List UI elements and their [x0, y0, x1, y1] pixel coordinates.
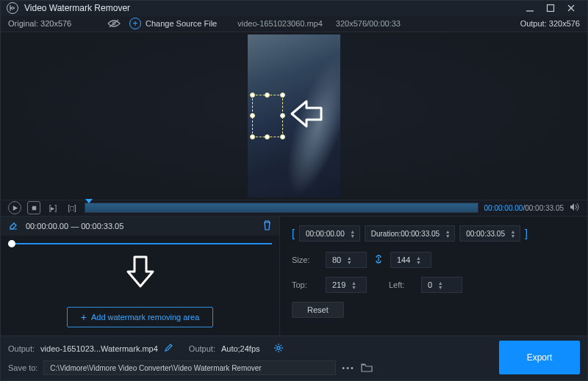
reset-button[interactable]: Reset: [292, 302, 344, 318]
video-preview[interactable]: [1, 32, 587, 200]
height-field[interactable]: 144 ▲▼: [390, 252, 431, 268]
resize-handle[interactable]: [280, 92, 285, 98]
segment-track[interactable]: [8, 240, 272, 247]
add-watermark-area-button[interactable]: + Add watermark removing area: [67, 307, 214, 327]
spinner-down[interactable]: ▼: [349, 233, 356, 238]
svg-rect-1: [548, 5, 554, 12]
change-source-button[interactable]: + Change Source File: [122, 18, 224, 29]
output-filename: video-1651023...Watermark.mp4: [40, 344, 158, 353]
bracket-close-icon[interactable]: ]: [525, 228, 528, 239]
spinner-down[interactable]: ▼: [444, 233, 451, 238]
playback-bar: [▸] [□] 00:00:00.00/00:00:33.05: [1, 200, 587, 216]
segments-panel: 00:00:00.00 — 00:00:33.05 + Add watermar…: [1, 217, 280, 335]
footer: Output: video-1651023...Watermark.mp4 Ou…: [1, 335, 587, 380]
left-label: Left:: [389, 280, 414, 289]
output-resolution-label: Output: 320x576: [520, 19, 580, 28]
save-path-field[interactable]: C:\Vidmore\Vidmore Video Converter\Video…: [43, 360, 336, 375]
mark-out-button[interactable]: [□]: [65, 201, 79, 214]
app-title: Video Watermark Remover: [24, 3, 520, 13]
add-watermark-area-label: Add watermark removing area: [91, 313, 199, 322]
svg-rect-7: [32, 206, 35, 210]
top-label: Top:: [292, 280, 318, 289]
plus-circle-icon: +: [129, 18, 141, 29]
top-field[interactable]: 219 ▲▼: [326, 277, 367, 293]
play-button[interactable]: [8, 201, 21, 214]
timeline-scrubber[interactable]: [85, 203, 478, 213]
size-label: Size:: [292, 255, 318, 264]
delete-segment-button[interactable]: [262, 220, 272, 232]
output-format-label: Output:: [189, 344, 215, 353]
source-filename: video-1651023060.mp4: [224, 19, 336, 28]
left-field[interactable]: 0 ▲▼: [421, 277, 462, 293]
properties-panel: [ 00:00:00.00 ▲▼ Duration:00:00:33.05 ▲▼…: [280, 217, 587, 335]
browse-button[interactable]: •••: [342, 363, 355, 372]
segment-range: 00:00:00.00 — 00:00:33.05: [26, 222, 123, 231]
hint-arrow-left-icon: [289, 99, 323, 131]
resize-handle[interactable]: [265, 134, 270, 139]
hint-arrow-down-icon: [126, 255, 155, 292]
resize-handle[interactable]: [265, 92, 270, 98]
segment-header: 00:00:00.00 — 00:00:33.05: [1, 217, 279, 236]
svg-marker-6: [12, 206, 17, 211]
resize-handle[interactable]: [250, 113, 255, 118]
watermark-selection-box[interactable]: [252, 95, 283, 137]
change-source-label: Change Source File: [146, 19, 217, 28]
save-to-label: Save to:: [8, 363, 37, 372]
end-time-field[interactable]: 00:00:33.05 ▲▼: [459, 225, 520, 242]
spinner-down[interactable]: ▼: [350, 285, 357, 289]
spinner-down[interactable]: ▼: [509, 233, 517, 238]
width-field[interactable]: 80 ▲▼: [326, 252, 367, 268]
preview-toggle-icon[interactable]: [107, 19, 122, 28]
app-logo-icon: [7, 2, 18, 14]
titlebar: Video Watermark Remover: [1, 1, 587, 16]
plus-icon: +: [81, 312, 87, 322]
spinner-down[interactable]: ▼: [415, 260, 422, 264]
minimize-button[interactable]: [520, 1, 540, 15]
playhead[interactable]: [85, 199, 93, 203]
maximize-button[interactable]: [540, 1, 561, 15]
resize-handle[interactable]: [280, 113, 285, 118]
aspect-lock-icon[interactable]: [374, 254, 383, 266]
eraser-icon: [8, 220, 20, 232]
info-bar: Original: 320x576 + Change Source File v…: [1, 16, 587, 32]
app-window: Video Watermark Remover Original: 320x57…: [0, 0, 588, 381]
video-frame: [248, 35, 340, 197]
open-folder-icon[interactable]: [361, 363, 373, 374]
start-time-field[interactable]: 00:00:00.00 ▲▼: [299, 225, 360, 242]
close-button[interactable]: [561, 1, 581, 15]
svg-point-9: [277, 346, 280, 349]
source-meta: 320x576/00:00:33: [336, 19, 401, 28]
segment-playhead[interactable]: [8, 240, 15, 247]
edit-filename-icon[interactable]: [164, 344, 173, 354]
resize-handle[interactable]: [280, 134, 285, 139]
volume-icon[interactable]: [570, 201, 580, 214]
output-format: Auto;24fps: [221, 344, 260, 353]
time-readout: 00:00:00.00/00:00:33.05: [484, 204, 564, 212]
spinner-down[interactable]: ▼: [345, 260, 353, 264]
resize-handle[interactable]: [250, 92, 255, 98]
output-settings-icon[interactable]: [273, 343, 284, 355]
stop-button[interactable]: [27, 201, 40, 214]
spinner-down[interactable]: ▼: [437, 285, 444, 289]
duration-field[interactable]: Duration:00:00:33.05 ▲▼: [365, 225, 455, 242]
original-resolution-label: Original: 320x576: [8, 19, 71, 28]
mark-in-button[interactable]: [▸]: [46, 201, 60, 214]
output-file-label: Output:: [8, 344, 35, 353]
lower-panels: 00:00:00.00 — 00:00:33.05 + Add watermar…: [1, 216, 587, 335]
export-button[interactable]: Export: [499, 341, 580, 374]
bracket-open-icon[interactable]: [: [292, 228, 295, 239]
resize-handle[interactable]: [250, 134, 255, 139]
